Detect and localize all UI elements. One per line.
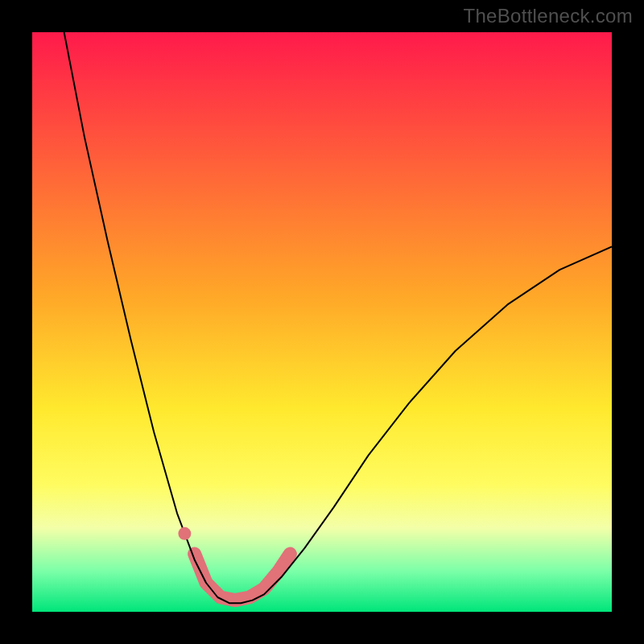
plot-area <box>32 32 612 612</box>
watermark-text: TheBottleneck.com <box>463 5 633 27</box>
chart-frame: TheBottleneck.com <box>0 0 644 644</box>
highlight-dot <box>178 527 191 540</box>
bottleneck-chart <box>32 32 612 612</box>
marker-layer <box>178 527 191 540</box>
